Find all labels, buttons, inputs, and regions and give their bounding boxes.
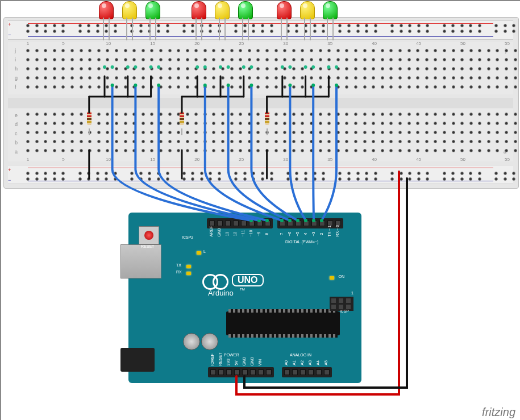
- analog-label: ANALOG IN: [290, 353, 311, 357]
- led-green: [238, 1, 253, 19]
- arduino-logo: UNO: [202, 274, 264, 286]
- row-label: g: [15, 75, 18, 81]
- row-label: e: [15, 113, 18, 118]
- rail-minus: −: [8, 177, 11, 183]
- digital-label: DIGITAL (PWM=~): [285, 240, 318, 244]
- on-led: [330, 276, 334, 280]
- resistor: [87, 107, 91, 130]
- led-green: [323, 1, 338, 19]
- fritzing-watermark: fritzing: [482, 406, 515, 419]
- rail-plus: +: [8, 22, 11, 27]
- brand-label: Arduino: [208, 289, 234, 297]
- digital-header-left[interactable]: [207, 218, 273, 228]
- tx-led: [186, 265, 191, 268]
- led-yellow: [215, 1, 230, 19]
- row-label: i: [15, 57, 16, 63]
- l-label: L: [203, 249, 206, 253]
- row-label: a: [15, 149, 18, 155]
- usb-port: [120, 244, 161, 278]
- led-red: [99, 1, 114, 19]
- icsp2-label: ICSP2: [182, 235, 193, 239]
- analog-header[interactable]: [282, 367, 332, 377]
- power-header[interactable]: [208, 367, 274, 377]
- fritzing-canvas: j i h g f e d c b a j a + − + − 15101520…: [0, 0, 520, 420]
- rx-label: RX: [176, 270, 182, 274]
- led-yellow: [122, 1, 137, 19]
- reset-label: RESET: [141, 244, 154, 248]
- row-label: d: [15, 122, 18, 127]
- led-red: [192, 1, 206, 19]
- arduino-uno: RESET ICSP2 AREFGND1312~11~10~98 7~6~54~…: [128, 213, 361, 383]
- row-label: h: [15, 66, 18, 72]
- tx-label: TX: [176, 263, 181, 267]
- led-red: [277, 1, 292, 19]
- reset-button[interactable]: [139, 226, 159, 244]
- row-label: j: [15, 48, 16, 53]
- resistor: [265, 107, 269, 130]
- icsp-one: 1: [351, 291, 353, 295]
- tm-label: TM: [240, 288, 245, 291]
- rx-led: [186, 272, 191, 275]
- digital-header-right[interactable]: [277, 218, 343, 228]
- atmega-chip: [226, 311, 340, 335]
- rail-minus: −: [8, 32, 11, 38]
- capacitor: [201, 333, 218, 350]
- breadboard: j i h g f e d c b a j a + − + − 15101520…: [3, 17, 518, 188]
- capacitor: [183, 333, 200, 350]
- row-label: f: [15, 84, 16, 90]
- power-jack: [120, 348, 155, 372]
- on-label: ON: [339, 275, 345, 278]
- icsp-label: ICSP: [340, 309, 349, 313]
- row-label: b: [15, 140, 18, 145]
- power-label: POWER: [224, 353, 239, 357]
- rail-plus: +: [8, 167, 11, 173]
- resistor: [180, 107, 184, 130]
- l-led: [197, 251, 201, 255]
- led-yellow: [300, 1, 315, 19]
- row-label: c: [15, 131, 18, 136]
- led-green: [145, 1, 160, 19]
